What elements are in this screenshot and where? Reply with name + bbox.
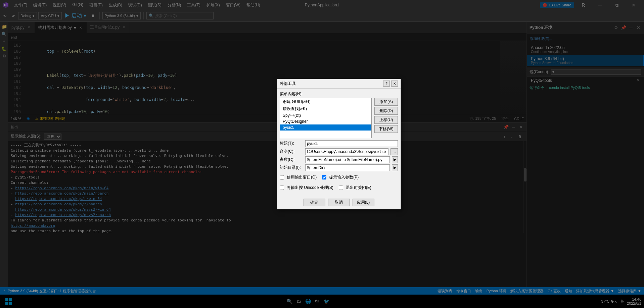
initial-dir-field-label: 初始目录(I): (280, 165, 303, 170)
move-up-button[interactable]: 上移(U) (374, 116, 398, 124)
initial-dir-arrow-button[interactable]: ▶ (392, 164, 398, 171)
args-arrow-button[interactable]: ▶ (392, 156, 398, 163)
unicode-label[interactable]: 将输出按 Unicode 处理(S) (287, 185, 333, 191)
modal-overlay: 外部工具 ? ✕ 菜单内容(N): 创建 GUID(&G) 错误查找(&K) S… (0, 0, 644, 308)
exit-checkbox[interactable] (339, 186, 343, 190)
prompt-args-label[interactable]: 提示输入参数(P) (329, 174, 359, 180)
unicode-checkbox[interactable] (280, 186, 284, 190)
command-field-label: 命令(C): (280, 149, 303, 154)
listbox-item-guid[interactable]: 创建 GUID(&G) (280, 98, 371, 105)
exit-checkbox-row: 退出时关闭(E) (339, 185, 371, 191)
modal-side-buttons: 添加(A) 删除(D) 上移(U) 下移(W) (374, 98, 398, 133)
modal-footer: 确定 取消 应用(L) (277, 197, 401, 209)
menu-listbox[interactable]: 创建 GUID(&G) 错误查找(&K) Spy++(&t) PyQtDesig… (280, 98, 372, 138)
modal-controls: ? ✕ (383, 81, 398, 87)
label-field-row: 标题(T): (280, 140, 398, 147)
add-tool-button[interactable]: 添加(A) (374, 98, 398, 106)
initial-dir-field-input[interactable] (305, 164, 390, 171)
cancel-button[interactable]: 取消 (328, 199, 350, 206)
modal-close-button[interactable]: ✕ (391, 81, 398, 87)
use-output-label[interactable]: 使用输出窗口(O) (287, 174, 317, 180)
menu-list-label: 菜单内容(N): (280, 91, 398, 97)
checkbox-group-2: 将输出按 Unicode 处理(S) 退出时关闭(E) (280, 184, 398, 192)
args-field-input[interactable] (305, 156, 390, 163)
initial-dir-field-row: 初始目录(I): ▶ (280, 164, 398, 171)
modal-help-button[interactable]: ? (383, 81, 390, 87)
command-browse-button[interactable]: … (390, 148, 398, 155)
listbox-item-spypp[interactable]: Spy++(&t) (280, 112, 371, 118)
command-field-input[interactable] (305, 148, 388, 155)
prompt-args-checkbox-row: 提示输入参数(P) (322, 174, 359, 180)
modal-titlebar: 外部工具 ? ✕ (277, 79, 401, 89)
menu-list-row: 创建 GUID(&G) 错误查找(&K) Spy++(&t) PyQtDesig… (280, 98, 398, 138)
checkbox-group: 使用输出窗口(O) 提示输入参数(P) (280, 173, 398, 182)
args-field-row: 参数(R): ▶ (280, 156, 398, 163)
listbox-item-pyqtdesigner[interactable]: PyQtDesigner (280, 118, 371, 124)
apply-button[interactable]: 应用(L) (353, 199, 374, 206)
menu-list-section: 菜单内容(N): 创建 GUID(&G) 错误查找(&K) Spy++(&t) … (280, 91, 398, 138)
use-output-checkbox-row: 使用输出窗口(O) (280, 174, 317, 180)
modal-title: 外部工具 (280, 81, 296, 87)
delete-tool-button[interactable]: 删除(D) (374, 107, 398, 115)
exit-label[interactable]: 退出时关闭(E) (346, 185, 371, 191)
prompt-args-checkbox[interactable] (322, 175, 326, 179)
label-field-input[interactable] (305, 140, 398, 147)
modal-body: 菜单内容(N): 创建 GUID(&G) 错误查找(&K) Spy++(&t) … (277, 89, 401, 197)
move-down-button[interactable]: 下移(W) (374, 125, 398, 133)
label-field-label: 标题(T): (280, 141, 303, 146)
use-output-checkbox[interactable] (280, 175, 284, 179)
listbox-item-pyuic5[interactable]: pyuic5 (280, 124, 371, 131)
external-tools-dialog: 外部工具 ? ✕ 菜单内容(N): 创建 GUID(&G) 错误查找(&K) S… (277, 79, 401, 209)
unicode-checkbox-row: 将输出按 Unicode 处理(S) (280, 185, 333, 191)
command-field-row: 命令(C): … (280, 148, 398, 155)
listbox-item-errorsearch[interactable]: 错误查找(&K) (280, 105, 371, 112)
ok-button[interactable]: 确定 (304, 199, 325, 206)
args-field-label: 参数(R): (280, 157, 303, 162)
